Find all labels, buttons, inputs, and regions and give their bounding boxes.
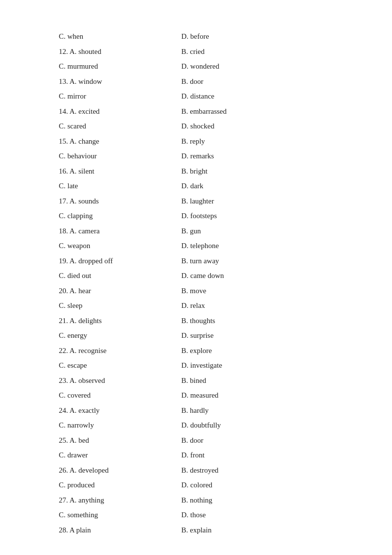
list-item: C. escapeD. investigate xyxy=(59,358,333,373)
option-right: B. reply xyxy=(181,134,205,149)
list-item: 20. A. hearB. move xyxy=(59,284,333,298)
list-item: 23. A. observedB. bined xyxy=(59,374,333,388)
option-d: D. telephone xyxy=(181,239,219,253)
list-item: C. clappingD. footsteps xyxy=(59,209,333,223)
list-item: C. drawerD. front xyxy=(59,448,333,462)
list-item: 14. A. excitedB. embarrassed xyxy=(59,104,333,119)
list-item: C. sleepD. relax xyxy=(59,299,333,313)
option-c: C. mirror xyxy=(59,89,86,103)
list-item: 26. A. developedB. destroyed xyxy=(59,463,333,478)
option-left: 21. A. delights xyxy=(59,314,102,328)
list-item: C. energyD. surprise xyxy=(59,328,333,343)
option-c: C. clapping xyxy=(59,209,93,223)
option-c: C. covered xyxy=(59,388,91,403)
option-right: B. laughter xyxy=(181,194,214,208)
list-item: C. producedD. colored xyxy=(59,478,333,492)
option-left: 25. A. bed xyxy=(59,433,89,448)
list-item: 12. A. shoutedB. cried xyxy=(59,45,333,59)
option-d: D. came down xyxy=(181,269,224,283)
option-left: 23. A. observed xyxy=(59,374,105,388)
list-item: C. weaponD. telephone xyxy=(59,239,333,253)
option-left: 15. A. change xyxy=(59,134,99,149)
option-left: 19. A. dropped off xyxy=(59,254,113,268)
option-c: C. something xyxy=(59,508,98,522)
option-right: B. destroyed xyxy=(181,463,219,478)
list-item: C. died outD. came down xyxy=(59,269,333,283)
option-left: 14. A. excited xyxy=(59,104,99,119)
option-d: D. colored xyxy=(181,478,212,492)
list-item: C. murmuredD. wondered xyxy=(59,59,333,74)
option-c: C. weapon xyxy=(59,239,90,253)
option-d: D. relax xyxy=(181,299,205,313)
option-d: D. before xyxy=(181,29,209,44)
option-c: C. when xyxy=(59,29,83,44)
option-c: C. late xyxy=(59,179,78,193)
option-d: D. remarks xyxy=(181,149,214,163)
option-right: B. door xyxy=(181,75,203,89)
quiz-list: C. whenD. before12. A. shoutedB. criedC.… xyxy=(59,29,333,537)
option-d: D. footsteps xyxy=(181,209,217,223)
option-left: 16. A. silent xyxy=(59,164,95,178)
option-c: C. scared xyxy=(59,119,86,133)
option-c: C. sleep xyxy=(59,299,82,313)
option-left: 18. A. camera xyxy=(59,224,99,238)
list-item: C. whenD. before xyxy=(59,29,333,44)
option-left: 27. A. anything xyxy=(59,493,104,507)
option-right: B. bright xyxy=(181,164,207,178)
option-right: B. explain xyxy=(181,523,212,537)
option-left: 20. A. hear xyxy=(59,284,91,298)
list-item: C. narrowlyD. doubtfully xyxy=(59,418,333,432)
option-left: 17. A. sounds xyxy=(59,194,99,208)
option-right: B. nothing xyxy=(181,493,212,507)
list-item: 15. A. changeB. reply xyxy=(59,134,333,149)
option-right: B. bined xyxy=(181,374,206,388)
option-c: C. drawer xyxy=(59,448,88,462)
list-item: 24. A. exactlyB. hardly xyxy=(59,404,333,418)
option-d: D. doubtfully xyxy=(181,418,221,432)
option-c: C. behaviour xyxy=(59,149,97,163)
option-right: B. door xyxy=(181,433,203,448)
option-c: C. died out xyxy=(59,269,91,283)
list-item: C. lateD. dark xyxy=(59,179,333,193)
option-c: C. produced xyxy=(59,478,95,492)
option-d: D. measured xyxy=(181,388,219,403)
option-d: D. dark xyxy=(181,179,203,193)
list-item: 16. A. silentB. bright xyxy=(59,164,333,178)
option-right: B. move xyxy=(181,284,206,298)
option-left: 26. A. developed xyxy=(59,463,109,478)
option-left: 12. A. shouted xyxy=(59,45,101,59)
option-c: C. narrowly xyxy=(59,418,94,432)
list-item: 21. A. delightsB. thoughts xyxy=(59,314,333,328)
option-d: D. surprise xyxy=(181,328,214,343)
option-d: D. distance xyxy=(181,89,214,103)
option-right: B. embarrassed xyxy=(181,104,226,119)
option-d: D. investigate xyxy=(181,358,222,373)
list-item: 27. A. anythingB. nothing xyxy=(59,493,333,507)
list-item: 17. A. soundsB. laughter xyxy=(59,194,333,208)
option-right: B. hardly xyxy=(181,404,209,418)
list-item: C. coveredD. measured xyxy=(59,388,333,403)
option-left: 13. A. window xyxy=(59,75,102,89)
list-item: 22. A. recogniseB. explore xyxy=(59,344,333,358)
list-item: 13. A. windowB. door xyxy=(59,75,333,89)
option-c: C. escape xyxy=(59,358,87,373)
option-right: B. gun xyxy=(181,224,201,238)
option-left: 22. A. recognise xyxy=(59,344,106,358)
option-right: B. explore xyxy=(181,344,212,358)
option-c: C. energy xyxy=(59,328,87,343)
list-item: C. mirrorD. distance xyxy=(59,89,333,103)
option-left: 28. A plain xyxy=(59,523,91,537)
option-right: B. thoughts xyxy=(181,314,215,328)
list-item: 25. A. bedB. door xyxy=(59,433,333,448)
option-right: B. cried xyxy=(181,45,204,59)
list-item: 19. A. dropped offB. turn away xyxy=(59,254,333,268)
option-left: 24. A. exactly xyxy=(59,404,99,418)
list-item: 18. A. cameraB. gun xyxy=(59,224,333,238)
option-c: C. murmured xyxy=(59,59,98,74)
option-d: D. front xyxy=(181,448,205,462)
list-item: 28. A plainB. explain xyxy=(59,523,333,537)
list-item: C. somethingD. those xyxy=(59,508,333,522)
option-d: D. wondered xyxy=(181,59,219,74)
option-d: D. shocked xyxy=(181,119,215,133)
list-item: C. scaredD. shocked xyxy=(59,119,333,133)
